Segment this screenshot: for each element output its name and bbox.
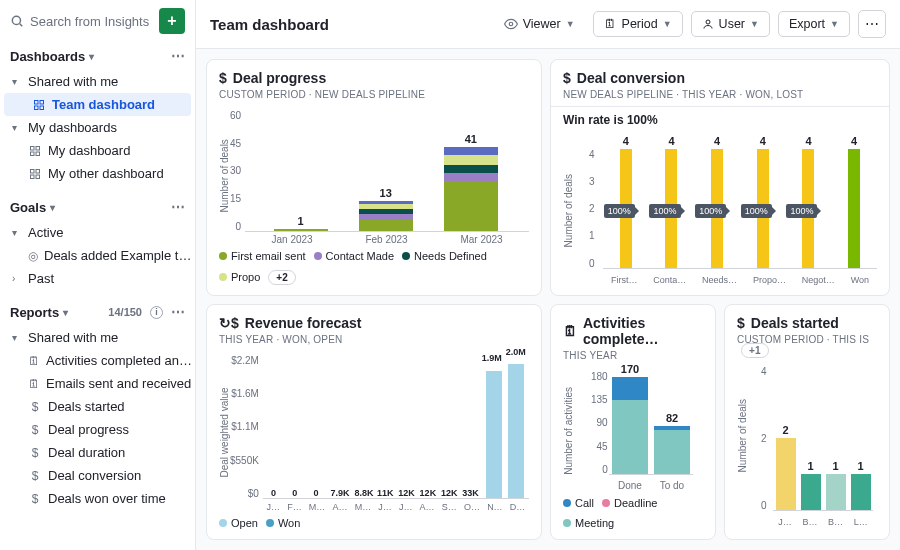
tick: 135 xyxy=(591,394,608,405)
currency-icon: $ xyxy=(28,400,42,414)
user-dropdown[interactable]: User ▼ xyxy=(691,11,770,37)
section-label: Reports xyxy=(10,305,59,320)
reports-count: 14/150 xyxy=(108,306,142,318)
pct-label: 100% xyxy=(741,204,772,218)
shared-with-me[interactable]: ▾ Shared with me xyxy=(0,70,195,93)
bar-label: 4 xyxy=(805,135,811,147)
svg-rect-5 xyxy=(40,106,44,110)
tick: $0 xyxy=(248,488,259,499)
goals-past[interactable]: › Past xyxy=(0,267,195,290)
card-deal-progress: $Deal progress CUSTOM PERIOD · NEW DEALS… xyxy=(206,59,542,296)
pct-label: 100% xyxy=(695,204,726,218)
card-title-text: Revenue forecast xyxy=(245,315,362,331)
x-axis-categories: Jan 2023 Feb 2023 Mar 2023 xyxy=(245,234,529,245)
sidebar-item-my-other-dashboard[interactable]: My other dashboard xyxy=(0,162,195,185)
bar-label: 1 xyxy=(832,460,838,472)
x-cat: A… xyxy=(332,502,347,512)
sidebar: Search from Insights + Dashboards ▾ ⋯ ▾ … xyxy=(0,0,196,550)
card-title-text: Activities complete… xyxy=(583,315,703,347)
y-axis-ticks: 4 3 2 1 0 xyxy=(589,149,595,269)
svg-rect-8 xyxy=(31,152,35,156)
bar-label: 82 xyxy=(666,412,678,424)
x-axis-categories: J…F…M…A…M…J…J…A…S…O…N…D… xyxy=(263,502,529,512)
sidebar-item-my-dashboard[interactable]: My dashboard xyxy=(0,139,195,162)
topbar: Team dashboard Viewer ▼ 🗓 Period ▼ User … xyxy=(196,0,900,49)
report-item[interactable]: $Deal duration xyxy=(0,441,195,464)
sidebar-item-team-dashboard[interactable]: Team dashboard xyxy=(4,93,191,116)
tick: 3 xyxy=(589,176,595,187)
tree-label: Deals won over time xyxy=(48,491,166,506)
legend-label: Won xyxy=(278,517,300,529)
report-item[interactable]: 🗓Activities completed an… xyxy=(0,349,195,372)
goals-section[interactable]: Goals ▾ ⋯ xyxy=(0,193,195,221)
more-icon[interactable]: ⋯ xyxy=(171,199,185,215)
cards-grid: $Deal progress CUSTOM PERIOD · NEW DEALS… xyxy=(196,49,900,550)
chart-plot: 170 82 xyxy=(609,371,693,476)
tick: 30 xyxy=(230,165,241,176)
legend-label: Deadline xyxy=(614,497,657,509)
svg-rect-10 xyxy=(31,169,35,173)
chevron-down-icon: ▾ xyxy=(12,332,22,343)
period-dropdown[interactable]: 🗓 Period ▼ xyxy=(593,11,683,37)
y-axis-label: Number of deals xyxy=(563,174,574,247)
reports-section[interactable]: Reports ▾ 14/150 i ⋯ xyxy=(0,298,195,326)
bar-label: 12K xyxy=(398,488,415,498)
forecast-icon: ↻$ xyxy=(219,315,239,331)
more-icon[interactable]: ⋯ xyxy=(171,304,185,320)
chart-legend: First email sent Contact Made Needs Defi… xyxy=(219,250,529,285)
x-cat: Negot… xyxy=(802,275,835,285)
more-button[interactable]: ⋯ xyxy=(858,10,886,38)
viewer-dropdown[interactable]: Viewer ▼ xyxy=(494,12,585,36)
bar-label: 13 xyxy=(380,187,392,199)
card-deals-started: $Deals started CUSTOM PERIOD · THIS IS +… xyxy=(724,304,890,541)
bar-label: 2.0M xyxy=(506,347,526,357)
report-item[interactable]: $Deal conversion xyxy=(0,464,195,487)
more-icon[interactable]: ⋯ xyxy=(171,48,185,64)
x-cat: Done xyxy=(618,480,642,491)
report-item[interactable]: $Deal progress xyxy=(0,418,195,441)
export-dropdown[interactable]: Export ▼ xyxy=(778,11,850,37)
dashboards-section[interactable]: Dashboards ▾ ⋯ xyxy=(0,42,195,70)
tick: 0 xyxy=(602,464,608,475)
legend-more[interactable]: +2 xyxy=(268,270,295,285)
main: Team dashboard Viewer ▼ 🗓 Period ▼ User … xyxy=(196,0,900,550)
bar-label: 7.9K xyxy=(331,488,350,498)
info-icon[interactable]: i xyxy=(150,306,163,319)
search-placeholder: Search from Insights xyxy=(30,14,149,29)
reports-shared[interactable]: ▾ Shared with me xyxy=(0,326,195,349)
x-cat: J… xyxy=(378,502,392,512)
card-title-text: Deal progress xyxy=(233,70,326,86)
card-subtitle: THIS YEAR xyxy=(563,350,703,361)
svg-rect-13 xyxy=(36,175,40,179)
svg-rect-9 xyxy=(36,152,40,156)
bar-label: 1.9M xyxy=(482,353,502,363)
report-item[interactable]: 🗓Emails sent and received xyxy=(0,372,195,395)
dashboard-icon xyxy=(28,168,42,180)
goals-active[interactable]: ▾ Active xyxy=(0,221,195,244)
card-title-text: Deal conversion xyxy=(577,70,685,86)
search-input[interactable]: Search from Insights xyxy=(10,14,153,29)
goal-item[interactable]: ◎ Deals added Example t… xyxy=(0,244,195,267)
legend-label: Meeting xyxy=(575,517,614,529)
add-button[interactable]: + xyxy=(159,8,185,34)
tree-label: My other dashboard xyxy=(48,166,164,181)
report-item[interactable]: $Deals won over time xyxy=(0,487,195,510)
legend-label: Propo xyxy=(231,271,260,283)
tick: $1.6M xyxy=(231,388,259,399)
tree-label: Activities completed an… xyxy=(46,353,192,368)
chevron-down-icon: ▾ xyxy=(63,307,73,318)
search-icon xyxy=(10,14,24,28)
y-axis-ticks: 4 2 0 xyxy=(761,366,767,512)
my-dashboards[interactable]: ▾ My dashboards xyxy=(0,116,195,139)
tick: 4 xyxy=(589,149,595,160)
target-icon: ◎ xyxy=(28,249,38,263)
tree-label: Deals added Example t… xyxy=(44,248,191,263)
x-cat: Propo… xyxy=(753,275,786,285)
report-item[interactable]: $Deals started xyxy=(0,395,195,418)
x-cat: Feb 2023 xyxy=(365,234,407,245)
tree-label: Deals started xyxy=(48,399,125,414)
svg-rect-12 xyxy=(31,175,35,179)
bar-label: 0 xyxy=(314,488,319,498)
pct-label: 100% xyxy=(786,204,817,218)
y-axis-ticks: 60 45 30 15 0 xyxy=(230,106,245,246)
